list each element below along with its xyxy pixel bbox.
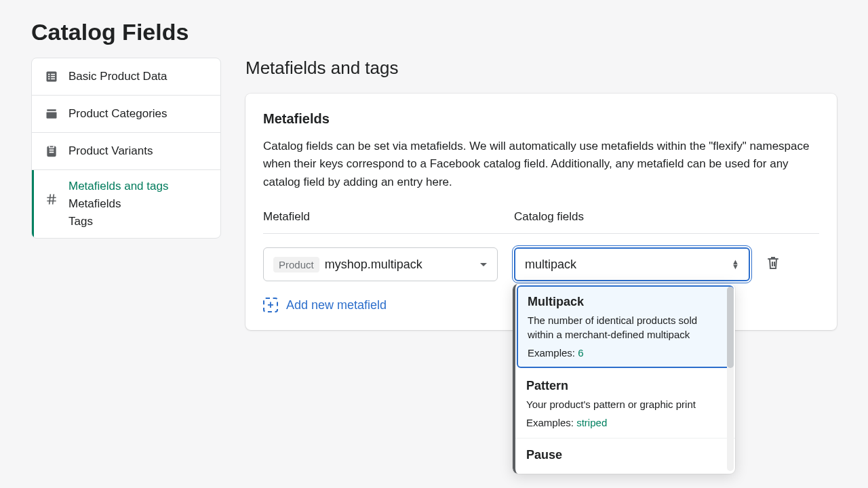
option-title: Multipack xyxy=(528,295,723,309)
sidebar-item-basic-product-data[interactable]: Basic Product Data xyxy=(32,58,220,96)
stack-icon xyxy=(44,106,59,121)
svg-rect-8 xyxy=(47,113,57,119)
catalog-field-dropdown: Multipack The number of identical produc… xyxy=(513,284,735,474)
section-title: Metafields and tags xyxy=(245,58,837,79)
sidebar-item-product-categories[interactable]: Product Categories xyxy=(32,96,220,133)
nav-card: Basic Product Data Product Categories Pr… xyxy=(31,58,221,239)
add-metafield-label: Add new metafield xyxy=(286,298,387,312)
svg-rect-4 xyxy=(51,76,55,77)
scrollbar-thumb[interactable] xyxy=(727,287,734,368)
svg-rect-6 xyxy=(51,79,55,80)
card-heading: Metafields xyxy=(263,111,819,127)
option-examples: Examples: 6 xyxy=(528,347,723,359)
sidebar-item-product-variants[interactable]: Product Variants xyxy=(32,133,220,170)
plus-dashed-icon: + xyxy=(263,298,278,312)
dropdown-option-pattern[interactable]: Pattern Your product's pattern or graphi… xyxy=(515,369,735,439)
main-content: Metafields and tags Metafields Catalog f… xyxy=(245,58,837,330)
list-icon xyxy=(44,69,59,84)
table-header: Metafield Catalog fields xyxy=(263,210,819,234)
option-title: Pattern xyxy=(526,379,724,393)
svg-rect-5 xyxy=(48,79,50,80)
sidebar-sub-tags[interactable]: Tags xyxy=(68,215,168,228)
catalog-field-value: multipack xyxy=(525,258,576,272)
column-catalog: Catalog fields xyxy=(514,210,819,224)
mapping-row: Product myshop.multipack multipack ▲▼ xyxy=(263,247,819,281)
trash-icon xyxy=(766,256,780,273)
option-title: Pause xyxy=(526,448,724,462)
column-metafield: Metafield xyxy=(263,210,514,224)
metafield-key: myshop.multipack xyxy=(325,258,422,272)
svg-rect-3 xyxy=(48,76,50,77)
metafield-select[interactable]: Product myshop.multipack xyxy=(263,247,498,281)
svg-rect-10 xyxy=(50,146,54,148)
dropdown-option-pause[interactable]: Pause xyxy=(515,439,735,474)
catalog-field-select[interactable]: multipack ▲▼ xyxy=(514,247,750,281)
svg-rect-2 xyxy=(51,74,55,75)
option-description: Your product's pattern or graphic print xyxy=(526,397,724,411)
sidebar-item-label: Basic Product Data xyxy=(68,70,167,83)
metafield-scope-badge: Product xyxy=(273,257,319,272)
sidebar-item-metafields-and-tags[interactable]: Metafields and tags Metafields Tags xyxy=(32,170,220,238)
metafields-card: Metafields Catalog fields can be set via… xyxy=(245,94,837,330)
card-description: Catalog fields can be set via metafields… xyxy=(263,138,819,191)
chevron-down-icon xyxy=(479,258,488,270)
sidebar: Basic Product Data Product Categories Pr… xyxy=(31,58,221,330)
delete-mapping-button[interactable] xyxy=(766,256,780,273)
option-examples: Examples: striped xyxy=(526,417,724,428)
svg-rect-7 xyxy=(47,109,56,111)
svg-line-16 xyxy=(53,195,54,205)
page-title: Catalog Fields xyxy=(0,0,868,58)
svg-line-15 xyxy=(50,195,51,205)
dropdown-option-multipack[interactable]: Multipack The number of identical produc… xyxy=(517,285,734,368)
sidebar-sub-title[interactable]: Metafields and tags xyxy=(68,180,168,193)
sidebar-item-label: Product Variants xyxy=(68,144,153,158)
option-description: The number of identical products sold wi… xyxy=(528,313,723,342)
sidebar-sub-metafields[interactable]: Metafields xyxy=(68,197,168,211)
sidebar-item-label: Product Categories xyxy=(68,107,167,121)
select-arrows-icon: ▲▼ xyxy=(732,260,739,269)
hash-icon xyxy=(44,192,59,207)
clipboard-icon xyxy=(44,144,59,159)
svg-rect-1 xyxy=(48,74,50,75)
